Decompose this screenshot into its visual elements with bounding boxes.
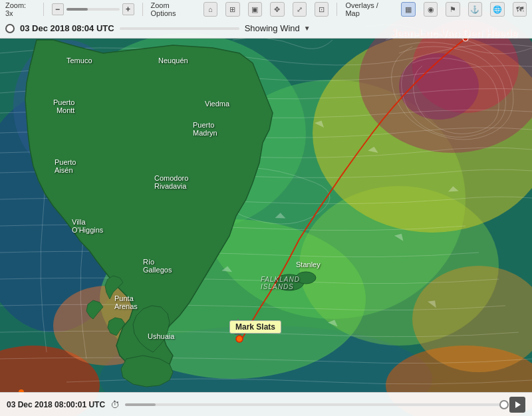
wind-label: Showing Wind	[245, 23, 300, 33]
city-puertomadryn: PuertoMadryn	[193, 121, 217, 137]
zoom-options-label: Zoom Options	[151, 1, 196, 17]
overlay-anchor-btn[interactable]: ⚓	[468, 2, 482, 17]
city-puertomontt: PuertoMontt	[53, 98, 74, 114]
zoom-other-btn[interactable]: ⊡	[315, 2, 329, 17]
svg-point-27	[236, 336, 243, 342]
toolbar: Zoom: 3x − + Zoom Options ⌂ ⊞ ▣ ✥ ⤢ ⊡	[0, 0, 532, 39]
mark-slats-container: Mark Slats	[229, 320, 281, 334]
overlays-section: Overlays / Map	[345, 1, 393, 17]
timeline: 03 Dec 2018 08:00:01 UTC ⏱	[0, 392, 532, 416]
zoom-expand-btn[interactable]: ⤢	[293, 2, 307, 17]
zoom-fit-btn[interactable]: ⊞	[225, 2, 239, 17]
timeline-track[interactable]	[125, 403, 504, 406]
datetime-text: 03 Dec 2018 08:04 UTC	[20, 23, 114, 33]
zoom-label: Zoom: 3x	[5, 1, 35, 17]
falklands-label: FALKLANDISLANDS	[261, 276, 300, 290]
zoom-options-section: Zoom Options	[151, 1, 196, 17]
zoom-plus-btn[interactable]: +	[122, 3, 134, 15]
city-neuquen: Neuquén	[158, 56, 188, 64]
timeline-time: 03 Dec 2018 08:00:01 UTC	[7, 400, 105, 409]
zoom-slider-fill	[66, 8, 88, 11]
city-puertoaisen: PuertoAisén	[55, 158, 76, 174]
toolbar-row1: Zoom: 3x − + Zoom Options ⌂ ⊞ ▣ ✥ ⤢ ⊡	[0, 0, 532, 19]
zoom-pan-btn[interactable]: ✥	[270, 2, 284, 17]
wind-dropdown-arrow: ▼	[304, 25, 311, 32]
zoom-home-btn[interactable]: ⌂	[203, 2, 217, 17]
overlay-grid-btn[interactable]: ▦	[401, 2, 415, 17]
city-comodoro: ComodoroRivadavia	[154, 174, 188, 190]
city-stanley: Stanley	[296, 260, 321, 268]
wind-dropdown[interactable]: Showing Wind ▼	[245, 23, 311, 33]
mark-slats-label: Mark Slats	[229, 320, 281, 334]
toolbar-row2: 03 Dec 2018 08:04 UTC Showing Wind ▼	[0, 19, 532, 38]
datetime-bar[interactable]	[120, 27, 239, 30]
city-puntaarenas: PuntaArenas	[114, 294, 138, 310]
zoom-slider[interactable]	[66, 8, 120, 11]
overlay-flag-btn[interactable]: ⚑	[446, 2, 460, 17]
zoom-section: Zoom: 3x	[5, 1, 35, 17]
city-villao: VillaO'Higgins	[72, 218, 103, 234]
city-viedma: Viedma	[205, 100, 229, 108]
timeline-progress	[125, 403, 156, 406]
divider-2	[142, 3, 143, 16]
zoom-select-btn[interactable]: ▣	[248, 2, 262, 17]
datetime-display: 03 Dec 2018 08:04 UTC	[5, 23, 239, 33]
timeline-play-btn[interactable]	[509, 397, 525, 413]
overlay-circle-btn[interactable]: ◉	[424, 2, 438, 17]
map-container: Zoom: 3x − + Zoom Options ⌂ ⊞ ▣ ✥ ⤢ ⊡	[0, 0, 532, 416]
city-temuco: Temuco	[66, 56, 92, 64]
datetime-indicator	[5, 24, 15, 33]
svg-point-15	[399, 53, 479, 120]
zoom-minus-btn[interactable]: −	[52, 3, 64, 15]
overlay-map-btn[interactable]: 🗺	[513, 2, 527, 17]
overlay-globe-btn[interactable]: 🌐	[490, 2, 504, 17]
zoom-control[interactable]: − +	[52, 3, 134, 15]
play-icon	[515, 401, 521, 408]
divider-1	[43, 3, 44, 16]
divider-3	[336, 3, 337, 16]
city-riogallegos: RíoGallegos	[143, 258, 172, 274]
clock-icon: ⏱	[110, 399, 120, 410]
overlays-label: Overlays / Map	[345, 1, 393, 17]
city-ushuaia: Ushuaia	[148, 332, 174, 340]
timeline-thumb[interactable]	[499, 400, 509, 409]
